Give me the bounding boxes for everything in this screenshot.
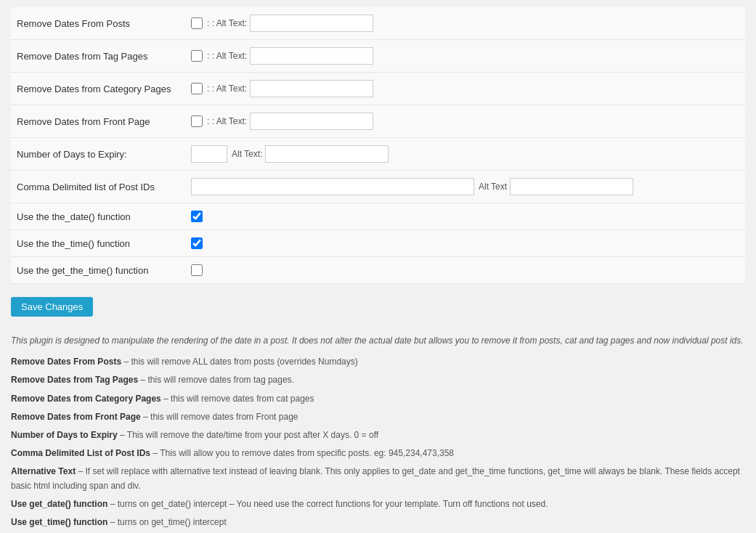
description-area: This plugin is designed to manipulate th… — [11, 334, 745, 533]
label-remove-dates-tag: Remove Dates from Tag Pages — [17, 51, 147, 62]
settings-row-days: Number of Days to Expiry: Alt Text: — [11, 138, 745, 171]
alt-text-input-remove-dates-front[interactable] — [250, 113, 373, 130]
checkbox-use-get-time[interactable] — [191, 264, 203, 276]
description-line-6: Alternative Text – If set will replace w… — [11, 465, 745, 492]
checkbox-remove-dates-category[interactable] — [191, 83, 203, 94]
alt-text-label-days: Alt Text: — [232, 149, 262, 159]
label-remove-dates-front: Remove Dates from Front Page — [17, 116, 150, 127]
settings-row-remove-dates-tag: Remove Dates from Tag Pages : : Alt Text… — [11, 40, 745, 73]
label-days: Number of Days to Expiry: — [17, 149, 127, 160]
description-line-5: Comma Delimited List of Post IDs – This … — [11, 447, 745, 460]
description-line-4: Number of Days to Expiry – This will rem… — [11, 428, 745, 442]
label-use-date: Use the the_date() function — [17, 211, 131, 222]
description-line-8: Use get_time() function – turns on get_t… — [11, 516, 745, 529]
days-input[interactable] — [191, 145, 227, 163]
label-remove-dates-posts: Remove Dates From Posts — [17, 18, 130, 29]
description-line-3: Remove Dates from Front Page – this will… — [11, 410, 745, 424]
checkbox-remove-dates-tag[interactable] — [191, 50, 203, 62]
settings-table: Remove Dates From Posts : : Alt Text: Re… — [11, 7, 745, 284]
save-button-container: Save Changes — [11, 291, 745, 328]
description-line-0: Remove Dates From Posts – this will remo… — [11, 355, 745, 369]
description-line-2: Remove Dates from Category Pages – this … — [11, 392, 745, 406]
checkbox-use-time[interactable] — [191, 237, 203, 249]
description-line-1: Remove Dates from Tag Pages – this will … — [11, 373, 745, 387]
alt-text-label-remove-dates-tag: : : Alt Text: — [207, 51, 247, 61]
save-changes-button[interactable]: Save Changes — [11, 297, 93, 317]
settings-row-remove-dates-front: Remove Dates from Front Page : : Alt Tex… — [11, 105, 745, 138]
checkbox-remove-dates-front[interactable] — [191, 115, 203, 127]
description-line-7: Use get_date() function – turns on get_d… — [11, 497, 745, 511]
alt-text-input-comma[interactable] — [510, 178, 633, 195]
label-remove-dates-category: Remove Dates from Category Pages — [17, 84, 171, 94]
settings-row-comma: Comma Delimited list of Post IDs Alt Tex… — [11, 171, 745, 203]
alt-text-label-comma: Alt Text — [479, 182, 507, 192]
alt-text-label-remove-dates-posts: : : Alt Text: — [207, 18, 247, 28]
comma-input[interactable] — [191, 178, 474, 195]
settings-row-remove-dates-posts: Remove Dates From Posts : : Alt Text: — [11, 7, 745, 40]
label-use-time: Use the the_time() function — [17, 238, 130, 249]
settings-row-use-date: Use the the_date() function — [11, 203, 745, 230]
alt-text-label-remove-dates-front: : : Alt Text: — [207, 116, 247, 126]
settings-row-remove-dates-category: Remove Dates from Category Pages : : Alt… — [11, 73, 745, 105]
settings-row-use-time: Use the the_time() function — [11, 230, 745, 257]
settings-row-use-get-time: Use the get_the_time() function — [11, 257, 745, 284]
alt-text-input-remove-dates-posts[interactable] — [250, 15, 373, 32]
alt-text-input-remove-dates-tag[interactable] — [250, 47, 373, 65]
description-intro: This plugin is designed to manipulate th… — [11, 334, 745, 348]
label-comma: Comma Delimited list of Post IDs — [17, 182, 155, 192]
checkbox-remove-dates-posts[interactable] — [191, 17, 203, 29]
alt-text-input-days[interactable] — [265, 145, 389, 163]
alt-text-label-remove-dates-category: : : Alt Text: — [207, 84, 247, 94]
label-use-get-time: Use the get_the_time() function — [17, 265, 148, 276]
checkbox-use-date[interactable] — [191, 211, 203, 222]
alt-text-input-remove-dates-category[interactable] — [250, 80, 373, 97]
